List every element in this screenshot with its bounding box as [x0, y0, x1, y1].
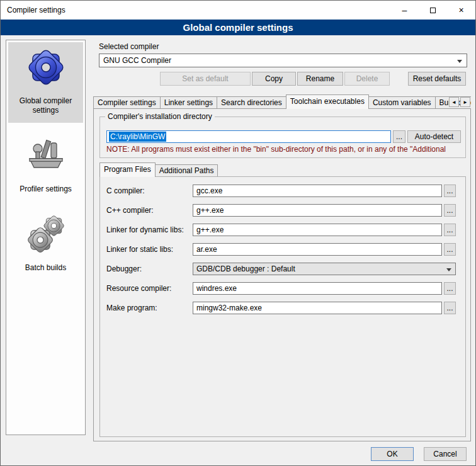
copy-button[interactable]: Copy: [252, 72, 296, 86]
chevron-down-icon: [457, 60, 462, 63]
minimize-icon: –: [402, 5, 407, 15]
debugger-label: Debugger:: [106, 264, 193, 273]
sidebar-item-label: Profiler settings: [20, 185, 72, 194]
resource-compiler-value: windres.exe: [196, 284, 237, 293]
installation-directory-value: C:\raylib\MinGW: [109, 132, 166, 142]
resource-compiler-label: Resource compiler:: [106, 284, 193, 293]
make-program-input[interactable]: mingw32-make.exe: [193, 302, 442, 314]
window-title: Compiler settings: [1, 6, 65, 14]
maximize-button[interactable]: [419, 1, 447, 20]
sidebar-item-global-compiler-settings[interactable]: Global compiler settings: [8, 42, 83, 123]
selected-compiler-label: Selected compiler: [99, 42, 159, 51]
field-row: Resource compiler: windres.exe ...: [106, 282, 456, 295]
dynamic-linker-value: g++.exe: [196, 225, 224, 234]
ok-button[interactable]: OK: [371, 447, 414, 461]
tab-compiler-settings[interactable]: Compiler settings: [93, 96, 161, 108]
make-program-value: mingw32-make.exe: [196, 304, 262, 312]
tab-toolchain-executables[interactable]: Toolchain executables: [286, 94, 369, 109]
blue-gear-icon: [26, 47, 66, 88]
dynamic-linker-browse-button[interactable]: ...: [444, 224, 456, 236]
make-program-browse-button[interactable]: ...: [444, 302, 456, 314]
tab-scroll-right-icon[interactable]: ►: [460, 97, 470, 107]
field-row: Debugger: GDB/CDB debugger : Default: [106, 263, 456, 275]
close-icon: ×: [458, 5, 463, 15]
installation-directory-input[interactable]: C:\raylib\MinGW: [106, 130, 391, 143]
titlebar: Compiler settings – ×: [1, 1, 475, 20]
sidebar-item-batch-builds[interactable]: Batch builds: [8, 209, 83, 280]
maximize-icon: [430, 8, 436, 13]
static-linker-value: ar.exe: [196, 245, 217, 254]
settings-tabbar: Compiler settingsLinker settingsSearch d…: [93, 94, 471, 109]
tab-scroll-left-icon[interactable]: ◄: [449, 97, 459, 107]
rename-button[interactable]: Rename: [297, 72, 343, 86]
program-files-tabbar: Program FilesAdditional Paths: [99, 162, 465, 177]
resource-compiler-input[interactable]: windres.exe: [193, 282, 442, 295]
field-row: Linker for dynamic libs: g++.exe ...: [106, 224, 456, 236]
compiler-settings-window: Compiler settings – × Global compiler se…: [0, 0, 476, 466]
field-row: C++ compiler: g++.exe ...: [106, 204, 456, 217]
c-compiler-value: gcc.exe: [196, 186, 222, 195]
field-row: Linker for static libs: ar.exe ...: [106, 243, 456, 256]
tab-custom-variables[interactable]: Custom variables: [368, 96, 436, 108]
dialog-header: Global compiler settings: [1, 20, 475, 35]
compiler-dropdown-value: GNU GCC Compiler: [103, 56, 171, 65]
c-compiler-input[interactable]: gcc.exe: [193, 185, 442, 197]
c-compiler-label: C compiler:: [106, 186, 193, 195]
installation-directory-group: Compiler's installation directory C:\ray…: [99, 116, 466, 158]
toolchain-executables-panel: Compiler's installation directory C:\ray…: [93, 108, 471, 441]
tab-search-directories[interactable]: Search directories: [217, 96, 286, 108]
c-compiler-browse-button[interactable]: ...: [444, 185, 456, 197]
field-row: C compiler: gcc.exe ...: [106, 185, 456, 197]
profiler-plane-icon: [26, 135, 66, 176]
debugger-select[interactable]: GDB/CDB debugger : Default: [193, 263, 456, 275]
field-row: Make program: mingw32-make.exe ...: [106, 302, 456, 314]
minimize-button[interactable]: –: [390, 1, 419, 20]
bin-subdirectory-note: NOTE: All programs must exist either in …: [106, 145, 463, 154]
subtab-program-files[interactable]: Program Files: [99, 162, 156, 177]
cancel-button[interactable]: Cancel: [424, 447, 467, 461]
sidebar-item-profiler-settings[interactable]: Profiler settings: [8, 130, 83, 202]
make-program-label: Make program:: [106, 304, 193, 312]
auto-detect-button[interactable]: Auto-detect: [407, 130, 461, 143]
cpp-compiler-value: g++.exe: [196, 206, 224, 215]
sidebar-item-label: Batch builds: [25, 263, 66, 273]
compiler-dropdown[interactable]: GNU GCC Compiler: [99, 54, 467, 67]
delete-button: Delete: [344, 72, 390, 86]
debugger-value: GDB/CDB debugger : Default: [196, 264, 295, 273]
cpp-compiler-label: C++ compiler:: [106, 206, 193, 215]
cpp-compiler-input[interactable]: g++.exe: [193, 204, 442, 217]
sidebar: Global compiler settings Profiler settin…: [6, 40, 86, 435]
compiler-actions: Set as default Copy Rename Delete Reset …: [160, 72, 466, 86]
chevron-down-icon: [446, 268, 451, 271]
sidebar-item-label: Global compiler settings: [9, 96, 82, 115]
program-files-panel: C compiler: gcc.exe ... C++ compiler: g+…: [99, 176, 466, 437]
dynamic-linker-label: Linker for dynamic libs:: [106, 225, 193, 234]
tab-linker-settings[interactable]: Linker settings: [160, 96, 217, 108]
window-controls: – ×: [390, 1, 475, 20]
static-linker-browse-button[interactable]: ...: [444, 243, 456, 256]
gray-gears-icon: [26, 214, 66, 254]
cpp-compiler-browse-button[interactable]: ...: [444, 204, 456, 217]
installation-directory-group-title: Compiler's installation directory: [105, 112, 215, 121]
set-as-default-button: Set as default: [160, 72, 251, 86]
static-linker-input[interactable]: ar.exe: [193, 243, 442, 256]
reset-defaults-button[interactable]: Reset defaults: [408, 72, 466, 86]
dynamic-linker-input[interactable]: g++.exe: [193, 224, 442, 236]
close-button[interactable]: ×: [447, 1, 475, 20]
static-linker-label: Linker for static libs:: [106, 245, 193, 254]
tab-scroll-buttons: ◄ ►: [449, 97, 470, 107]
subtab-additional-paths[interactable]: Additional Paths: [155, 164, 218, 176]
installation-directory-browse-button[interactable]: ...: [393, 130, 405, 143]
resource-compiler-browse-button[interactable]: ...: [444, 282, 456, 295]
